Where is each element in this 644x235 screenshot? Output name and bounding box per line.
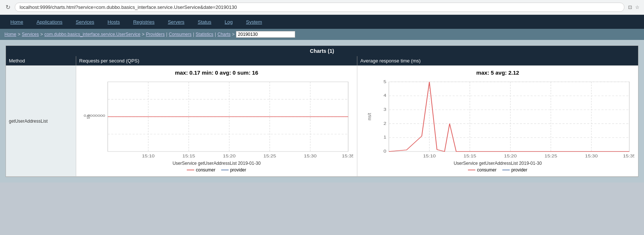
svg-text:0: 0 (384, 149, 387, 154)
provider-label: provider (230, 167, 246, 173)
breadcrumb-home[interactable]: Home (4, 32, 16, 37)
qps-legend-provider: provider (221, 167, 246, 173)
sep-5: | (193, 32, 194, 37)
svg-text:15:35: 15:35 (623, 154, 634, 158)
nav-hosts[interactable]: Hosts (101, 19, 127, 25)
sep-3: > (142, 32, 145, 37)
svg-text:15:15: 15:15 (463, 154, 476, 158)
breadcrumb-consumers[interactable]: Consumers (169, 32, 191, 37)
nav-bar: Home Applications Services Hosts Registr… (0, 15, 644, 29)
qps-chart-container: t/s 0.0000000 15:10 15:15 15:20 15:25 15… (80, 78, 353, 159)
sep-2: > (40, 32, 43, 37)
svg-text:15:30: 15:30 (585, 154, 598, 158)
svg-text:15:35: 15:35 (342, 154, 353, 158)
nav-home[interactable]: Home (4, 19, 30, 25)
qps-chart-footer: UserService getUserAddressList 2019-01-3… (80, 161, 353, 166)
svg-text:15:25: 15:25 (544, 154, 557, 158)
provider-line-icon (221, 170, 229, 170)
nav-services[interactable]: Services (69, 19, 101, 25)
svg-text:5: 5 (384, 79, 387, 84)
browser-bar: ↻ localhost:9999/charts.html?service=com… (0, 0, 644, 15)
breadcrumb-service-name[interactable]: com.dubbo.basics_interface.service.UserS… (44, 32, 140, 37)
svg-text:0.0000000: 0.0000000 (84, 113, 105, 117)
nav-registries[interactable]: Registries (127, 19, 161, 25)
svg-text:15:10: 15:10 (423, 154, 436, 158)
breadcrumb-providers[interactable]: Providers (146, 32, 165, 37)
sep-6: | (215, 32, 216, 37)
qps-chart-title: max: 0.17 min: 0 avg: 0 sum: 16 (80, 69, 353, 76)
consumer-line-icon-2 (468, 170, 475, 170)
qps-legend-consumer: consumer (187, 167, 215, 173)
svg-text:1: 1 (384, 135, 387, 140)
consumer-label: consumer (196, 167, 215, 173)
table-row: getUserAddressList max: 0.17 min: 0 avg:… (6, 66, 638, 177)
nav-system[interactable]: System (239, 19, 269, 25)
consumer-line-icon (187, 170, 194, 170)
svg-text:ms/t: ms/t (367, 113, 372, 120)
avg-legend-provider: provider (502, 167, 527, 173)
col-method-header: Method (6, 56, 76, 65)
avg-chart-footer: UserService getUserAddressList 2019-01-3… (361, 161, 634, 166)
sep-1: > (18, 32, 20, 37)
reload-icon[interactable]: ↻ (4, 4, 11, 11)
col-qps-header: Requests per second (QPS) (76, 56, 357, 65)
nav-servers[interactable]: Servers (161, 19, 191, 25)
svg-text:15:30: 15:30 (304, 154, 317, 158)
avg-legend-consumer: consumer (468, 167, 496, 173)
qps-chart-svg: t/s 0.0000000 15:10 15:15 15:20 15:25 15… (80, 78, 353, 159)
col-avg-header: Average response time (ms) (357, 56, 638, 65)
bookmark-icon[interactable]: ☆ (635, 4, 640, 10)
consumer-label-2: consumer (477, 167, 496, 173)
charts-col-headers: Method Requests per second (QPS) Average… (6, 56, 638, 66)
breadcrumb-statistics[interactable]: Statistics (196, 32, 213, 37)
avg-chart-title: max: 5 avg: 2.12 (361, 69, 634, 76)
svg-rect-19 (389, 82, 629, 151)
url-bar[interactable]: localhost:9999/charts.html?service=com.d… (15, 3, 624, 12)
sep-7: > (232, 32, 235, 37)
svg-text:15:20: 15:20 (223, 154, 236, 158)
svg-text:15:25: 15:25 (263, 154, 276, 158)
screenshot-icon[interactable]: ⊡ (628, 4, 632, 10)
charts-panel: Charts (1) Method Requests per second (Q… (6, 45, 638, 177)
main-content: Charts (1) Method Requests per second (Q… (0, 40, 644, 183)
sep-4: | (166, 32, 167, 37)
nav-log[interactable]: Log (218, 19, 239, 25)
avg-chart-svg: ms/t 0 1 2 3 4 5 (361, 78, 634, 159)
breadcrumb: Home > Services > com.dubbo.basics_inter… (0, 29, 644, 40)
svg-text:15:10: 15:10 (142, 154, 155, 158)
nav-status[interactable]: Status (191, 19, 218, 25)
avg-chart-legend: consumer provider (361, 167, 634, 173)
nav-applications[interactable]: Applications (30, 19, 69, 25)
avg-chart-cell: max: 5 avg: 2.12 (357, 66, 638, 176)
qps-chart-legend: consumer provider (80, 167, 353, 173)
breadcrumb-services[interactable]: Services (22, 32, 39, 37)
avg-chart-container: ms/t 0 1 2 3 4 5 (361, 78, 634, 159)
charts-panel-title: Charts (1) (6, 46, 638, 56)
svg-text:15:20: 15:20 (504, 154, 517, 158)
provider-label-2: provider (511, 167, 527, 173)
svg-text:4: 4 (384, 93, 387, 98)
provider-line-icon-2 (502, 170, 510, 170)
method-cell: getUserAddressList (6, 66, 76, 176)
svg-text:3: 3 (384, 108, 387, 112)
svg-text:15:15: 15:15 (182, 154, 195, 158)
svg-text:2: 2 (384, 121, 387, 126)
breadcrumb-date-input[interactable] (236, 31, 295, 38)
qps-chart-cell: max: 0.17 min: 0 avg: 0 sum: 16 (76, 66, 357, 176)
browser-icons: ⊡ ☆ (628, 4, 640, 10)
breadcrumb-charts[interactable]: Charts (218, 32, 230, 37)
